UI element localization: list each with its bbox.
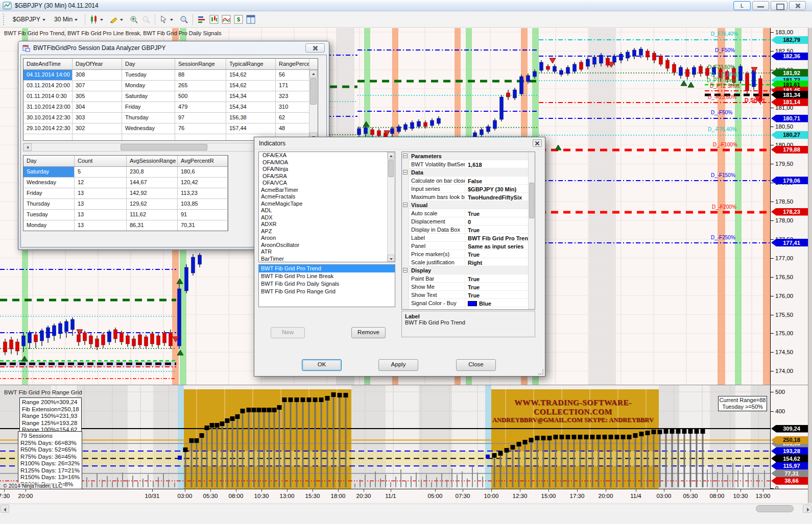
table-cell[interactable]: Wednesday (122, 123, 175, 134)
maximize-button[interactable] (771, 1, 787, 10)
horizontal-scrollbar[interactable] (0, 504, 812, 513)
column-header[interactable]: RangePercentage (276, 59, 309, 69)
indicator-list-item[interactable]: OFA/MOA (259, 159, 395, 166)
property-value[interactable]: Same as input series (465, 242, 535, 249)
column-header[interactable]: Day (122, 59, 175, 69)
column-header[interactable]: Count (75, 156, 127, 166)
property-group[interactable]: Display (402, 266, 535, 275)
table-row[interactable]: 04.11.2014 14:00308Tuesday88154,6256 (23, 70, 318, 81)
table-cell[interactable]: 308 (73, 70, 122, 80)
property-row[interactable]: Input series$GBPJPY (30 Min) (402, 185, 535, 193)
table-cell[interactable]: 86,31 (127, 220, 178, 231)
indicator-list-item[interactable]: OFA/VCA (259, 180, 395, 187)
property-row[interactable]: Price marker(s)True (402, 250, 535, 258)
table-row[interactable]: 31.10.2014 23:00304Friday479154,34310 (23, 102, 318, 113)
property-row[interactable]: BWT Volatility BwtSeries1,618 (402, 160, 535, 168)
table-row[interactable]: 03.11.2014 20:00307Monday265154,62171 (23, 81, 318, 91)
property-row[interactable]: PanelSame as input series (402, 242, 535, 250)
property-value[interactable]: Red (465, 307, 535, 310)
table-row[interactable]: 30.10.2014 22:30303Thursday97156,3862 (23, 113, 318, 123)
table-cell[interactable]: 154,34 (226, 102, 276, 112)
scroll-up-arrow[interactable] (309, 70, 317, 78)
property-row[interactable]: Signal Color - BuyBlue (402, 299, 535, 307)
property-value[interactable]: True (465, 283, 535, 290)
instrument-selector[interactable]: $GBPJPY (9, 14, 50, 24)
close-button[interactable] (789, 1, 806, 10)
table-cell[interactable]: 13 (75, 220, 127, 231)
scrollbar-thumb[interactable] (756, 505, 794, 512)
analyzer-close-button[interactable] (305, 43, 325, 53)
collapse-icon[interactable] (403, 170, 408, 174)
table-cell[interactable]: Friday (23, 188, 75, 198)
panel-grid-button[interactable] (245, 14, 256, 24)
table-cell[interactable]: 142,92 (127, 188, 178, 198)
indicator-properties-grid[interactable]: ParametersBWT Volatility BwtSeries1,618D… (401, 152, 535, 310)
indicator-list-item[interactable]: BarTimer (259, 256, 395, 263)
table-cell[interactable]: 12 (75, 178, 127, 188)
property-value[interactable]: BWT Fib Grid Pro Trend (465, 234, 535, 241)
property-row[interactable]: Paint BarTrue (402, 275, 535, 283)
property-row[interactable]: Scale justificationRight (402, 258, 535, 266)
new-button[interactable]: New (271, 327, 305, 338)
column-header[interactable]: Day (23, 156, 75, 166)
property-row[interactable]: Signal Color - SellRed (402, 307, 535, 310)
session-table[interactable]: DateAndTimeDayOfYearDaySessionRangeTypic… (23, 58, 318, 141)
property-value[interactable]: Blue (465, 299, 535, 307)
collapse-icon[interactable] (403, 154, 408, 158)
table-cell[interactable]: Monday (23, 220, 75, 231)
toolbar-grip[interactable] (3, 14, 7, 25)
dialog-close-button[interactable] (533, 139, 542, 147)
day-summary-table[interactable]: DayCountAvgSessionRangeAvgPercentRSaturd… (23, 155, 228, 231)
table-cell[interactable]: Tuesday (122, 70, 175, 80)
table-cell[interactable]: Monday (122, 81, 175, 91)
table-cell[interactable]: Thursday (23, 199, 75, 209)
indicator-list-item[interactable]: APZ (259, 228, 395, 235)
table-cell[interactable]: 76 (175, 123, 226, 134)
indicator-list-item[interactable]: ADX (259, 214, 395, 221)
table-cell[interactable]: 156,38 (226, 113, 276, 123)
indicator-list-item[interactable]: AcmeMagicTape (259, 201, 395, 208)
scroll-up-arrow[interactable] (388, 152, 394, 159)
table-cell[interactable]: 230,8 (127, 167, 178, 177)
table-cell[interactable]: 31.10.2014 23:00 (23, 102, 73, 112)
time-axis[interactable]: 7:3020:0010/3103:0005:3008:0010:3013:001… (0, 489, 808, 503)
table-cell[interactable]: 307 (73, 81, 122, 91)
table-cell[interactable]: 13 (75, 188, 127, 198)
chart-button[interactable] (208, 14, 220, 24)
table-cell[interactable]: 62 (276, 113, 309, 123)
property-value[interactable]: TwoHundredFiftySix (465, 193, 535, 201)
zoom-out-button[interactable] (140, 14, 152, 24)
column-header[interactable]: SessionRange (175, 59, 226, 69)
property-row[interactable]: Maximum bars look backTwoHundredFiftySix (402, 193, 535, 201)
selected-indicator-item[interactable]: BWT Fib Grid Pro Daily Signals (259, 280, 395, 288)
property-row[interactable]: LabelBWT Fib Grid Pro Trend (402, 234, 535, 242)
close-button[interactable]: Close (456, 359, 496, 371)
table-cell[interactable]: 310 (276, 102, 309, 112)
table-cell[interactable]: Saturday (122, 91, 175, 102)
link-button[interactable]: L (733, 1, 751, 10)
property-value[interactable]: False (465, 177, 535, 184)
table-row[interactable]: Friday13142,92113,23 (23, 188, 228, 199)
table-cell[interactable]: 305 (73, 91, 122, 102)
window-titlebar[interactable]: $GBPJPY (30 Min) 04.11.2014 L (0, 0, 812, 11)
scrollbar-thumb[interactable] (529, 183, 534, 218)
table-cell[interactable]: 154,62 (226, 70, 276, 80)
table-row[interactable]: 01.11.2014 0:30305Saturday500154,34323 (23, 91, 318, 102)
indicator-list-item[interactable]: OFA/Ninja (259, 166, 395, 173)
property-value[interactable]: True (465, 275, 535, 282)
chart-trader-button[interactable] (221, 14, 232, 24)
cursor-tool-button[interactable] (158, 14, 177, 24)
property-row[interactable]: Show MeTrue (402, 283, 535, 291)
table-cell[interactable]: Friday (122, 102, 175, 112)
chart-style-button[interactable] (88, 14, 107, 24)
table-cell[interactable]: 5 (75, 167, 127, 177)
scrollbar-thumb[interactable] (121, 144, 207, 151)
apply-button[interactable]: Apply (378, 359, 418, 371)
property-value[interactable]: True (465, 209, 535, 217)
market-analyzer-button[interactable] (196, 14, 207, 24)
table-cell[interactable]: 30.10.2014 22:30 (23, 113, 73, 123)
property-value[interactable]: True (465, 250, 535, 258)
property-row[interactable]: Display in Data BoxTrue (402, 226, 535, 234)
column-header[interactable]: AvgSessionRange (127, 156, 178, 166)
interval-selector[interactable]: 30 Min (51, 14, 82, 24)
